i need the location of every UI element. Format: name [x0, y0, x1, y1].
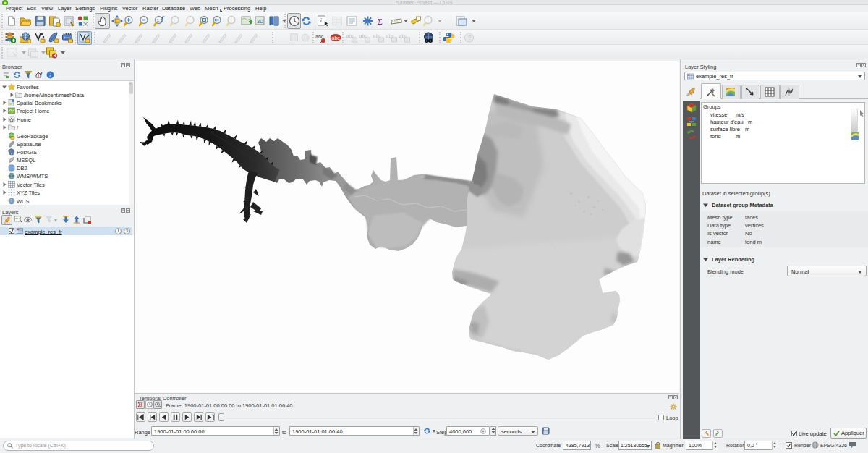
svg-text:?: ? — [468, 34, 472, 41]
svg-text:abc: abc — [332, 35, 341, 41]
svg-text:?: ? — [126, 229, 129, 234]
svg-text:abc: abc — [315, 34, 324, 39]
svg-text:%: % — [595, 442, 600, 449]
svg-text:ε: ε — [49, 219, 51, 223]
svg-text:Σ: Σ — [378, 17, 383, 27]
svg-text:i: i — [49, 72, 51, 79]
svg-text:3D: 3D — [257, 19, 263, 24]
